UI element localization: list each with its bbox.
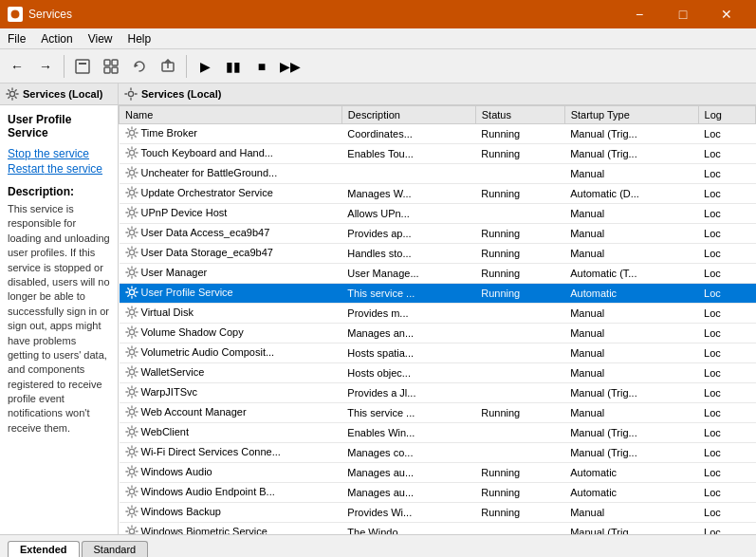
table-row[interactable]: UPnP Device Host Allows UPn...ManualLoc: [120, 204, 756, 224]
service-name-text: Wi-Fi Direct Services Conne...: [141, 446, 281, 457]
table-row[interactable]: User Data Access_eca9b47 Provides ap...R…: [120, 224, 756, 244]
service-icon: [125, 206, 138, 219]
service-log-cell: Loc: [698, 144, 755, 164]
col-header-startup[interactable]: Startup Type: [564, 106, 698, 124]
table-row[interactable]: Touch Keyboard and Hand... Enables Tou..…: [120, 144, 756, 164]
table-row[interactable]: Windows Audio Manages au...RunningAutoma…: [120, 463, 756, 483]
svg-point-11: [128, 91, 133, 96]
table-row[interactable]: Volume Shadow Copy Manages an...ManualLo…: [120, 324, 756, 343]
play-button[interactable]: ▶: [192, 53, 218, 80]
service-desc-cell: Manages co...: [341, 443, 475, 463]
service-log-cell: Loc: [698, 523, 755, 535]
service-startup-cell: Manual: [564, 363, 698, 383]
services-table-wrapper[interactable]: Name Description Status Startup Type Log…: [119, 105, 756, 534]
service-desc-cell: Manages an...: [341, 324, 475, 343]
col-header-log[interactable]: Log: [698, 106, 755, 124]
service-icon: [125, 505, 138, 518]
service-desc-cell: Provides ap...: [341, 224, 475, 244]
table-row[interactable]: WebClient Enables Win...Manual (Trig...L…: [120, 423, 756, 443]
service-icon: [125, 266, 138, 279]
table-row[interactable]: Windows Audio Endpoint B... Manages au..…: [120, 483, 756, 503]
service-desc-cell: Enables Win...: [341, 423, 475, 443]
service-name-text: Windows Backup: [141, 506, 221, 517]
table-row[interactable]: User Data Storage_eca9b47 Handles sto...…: [120, 244, 756, 264]
menu-action[interactable]: Action: [33, 30, 80, 47]
description-label: Description:: [8, 185, 110, 198]
restart-service-link[interactable]: Restart the service: [8, 162, 110, 176]
menu-view[interactable]: View: [81, 30, 120, 47]
service-name-text: Virtual Disk: [141, 306, 194, 318]
service-name-cell: User Data Storage_eca9b47: [120, 244, 342, 264]
service-desc-cell: This service ...: [341, 284, 475, 304]
table-row[interactable]: User Profile Service This service ...Run…: [120, 284, 756, 304]
col-header-name[interactable]: Name: [120, 106, 342, 124]
service-icon: [125, 385, 138, 399]
service-status-cell: [475, 423, 564, 443]
service-status-cell: Running: [475, 184, 564, 204]
service-name-text: Time Broker: [141, 127, 198, 139]
table-row[interactable]: Update Orchestrator Service Manages W...…: [120, 184, 756, 204]
table-row[interactable]: Virtual Disk Provides m...ManualLoc: [120, 304, 756, 324]
svg-point-18: [129, 250, 134, 254]
menu-help[interactable]: Help: [120, 30, 159, 47]
back-button[interactable]: ←: [4, 53, 30, 80]
table-row[interactable]: WarpJITSvc Provides a Jl...Manual (Trig.…: [120, 383, 756, 403]
service-startup-cell: Automatic (D...: [564, 184, 698, 204]
table-row[interactable]: Windows Backup Provides Wi...RunningManu…: [120, 503, 756, 523]
tab-extended[interactable]: Extended: [8, 541, 80, 557]
service-startup-cell: Manual: [564, 304, 698, 324]
scope-button[interactable]: [98, 53, 124, 80]
stop-button[interactable]: ■: [249, 53, 275, 80]
table-row[interactable]: Windows Biometric Service The Windo...Ma…: [120, 523, 756, 535]
table-row[interactable]: Web Account Manager This service ...Runn…: [120, 403, 756, 423]
service-status-cell: Running: [475, 144, 564, 164]
service-name-text: Web Account Manager: [141, 406, 247, 418]
col-header-status[interactable]: Status: [475, 106, 564, 124]
service-log-cell: Loc: [698, 184, 755, 204]
menu-file[interactable]: File: [0, 30, 33, 47]
restart-button[interactable]: ▶▶: [277, 53, 304, 80]
tab-standard[interactable]: Standard: [82, 541, 149, 557]
table-row[interactable]: Wi-Fi Direct Services Conne... Manages c…: [120, 443, 756, 463]
service-icon: [125, 146, 138, 159]
pause-button[interactable]: ▮▮: [220, 53, 247, 80]
service-desc-cell: Provides a Jl...: [341, 383, 475, 403]
svg-point-16: [129, 210, 134, 214]
maximize-button[interactable]: □: [661, 0, 705, 28]
service-startup-cell: Manual: [564, 244, 698, 264]
service-startup-cell: Automatic: [564, 463, 698, 483]
service-startup-cell: Manual: [564, 164, 698, 184]
service-startup-cell: Automatic (T...: [564, 264, 698, 284]
forward-button[interactable]: →: [32, 53, 59, 80]
table-row[interactable]: Volumetric Audio Composit... Hosts spati…: [120, 343, 756, 363]
service-status-cell: [475, 523, 564, 535]
table-row[interactable]: User Manager User Manage...RunningAutoma…: [120, 264, 756, 284]
svg-point-24: [129, 369, 134, 374]
service-name-cell: Windows Biometric Service: [120, 523, 342, 535]
service-name-text: User Data Storage_eca9b47: [141, 247, 273, 258]
close-button[interactable]: ✕: [705, 0, 748, 28]
services-icon: [6, 87, 19, 101]
table-row[interactable]: WalletService Hosts objec...ManualLoc: [120, 363, 756, 383]
show-hide-button[interactable]: [69, 53, 96, 80]
table-row[interactable]: Time Broker Coordinates...RunningManual …: [120, 124, 756, 144]
export-button[interactable]: [155, 53, 181, 80]
service-desc-cell: Hosts objec...: [341, 363, 475, 383]
service-startup-cell: Automatic: [564, 483, 698, 503]
service-status-cell: Running: [475, 244, 564, 264]
service-startup-cell: Manual (Trig...: [564, 124, 698, 144]
svg-point-12: [129, 130, 134, 135]
table-row[interactable]: Uncheater for BattleGround... ManualLoc: [120, 164, 756, 184]
svg-point-26: [129, 409, 134, 414]
main-container: Services (Local) User Profile Service St…: [0, 84, 756, 534]
stop-service-link[interactable]: Stop the service: [8, 147, 110, 160]
minimize-button[interactable]: −: [618, 0, 661, 28]
service-status-cell: Running: [475, 124, 564, 144]
col-header-desc[interactable]: Description: [341, 106, 475, 124]
service-icon: [125, 166, 138, 179]
refresh-button[interactable]: [126, 53, 153, 80]
service-name-cell: User Profile Service: [120, 284, 342, 304]
service-status-cell: Running: [475, 224, 564, 244]
service-name-cell: UPnP Device Host: [120, 204, 342, 224]
svg-marker-7: [135, 64, 138, 67]
